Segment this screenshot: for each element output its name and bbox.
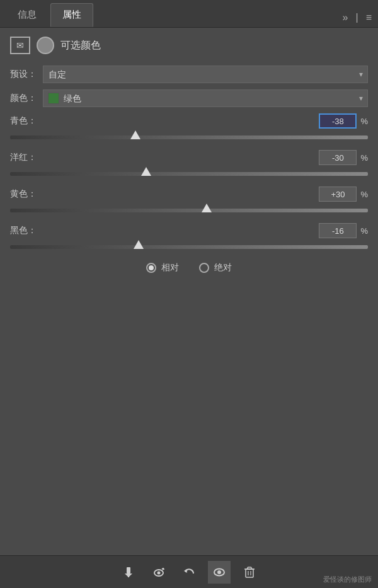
black-slider-header: 黑色： % (10, 223, 368, 238)
cyan-track-row[interactable] (10, 131, 368, 144)
svg-rect-2 (128, 574, 129, 577)
cyan-track[interactable] (10, 135, 368, 139)
magenta-value-box[interactable] (319, 150, 357, 165)
magenta-track-row[interactable] (10, 168, 368, 180)
menu-icon[interactable]: ≡ (366, 12, 372, 23)
black-track-row[interactable] (10, 241, 368, 253)
svg-rect-0 (127, 567, 130, 574)
magenta-slider-section: 洋红： % (10, 150, 368, 180)
magenta-label: 洋红： (10, 152, 43, 163)
eye-refresh-icon (152, 566, 166, 579)
trash-icon (243, 565, 256, 579)
svg-point-8 (217, 570, 221, 574)
radio-relative-inner (149, 265, 154, 270)
content-area: ✉ 可选颜色 预设： 自定 ▾ 颜色： 绿色 ▾ (0, 28, 378, 425)
watermark: 爱怪谈的修图师 (323, 575, 372, 584)
magenta-slider-header: 洋红： % (10, 150, 368, 165)
yellow-percent: % (360, 190, 368, 199)
cyan-slider-section: 青色： % (10, 113, 368, 144)
black-percent: % (360, 226, 368, 236)
undo-icon (182, 566, 196, 579)
yellow-slider-section: 黄色： % (10, 187, 368, 217)
magenta-thumb[interactable] (141, 167, 151, 176)
bottom-toolbar (0, 555, 378, 588)
visibility-icon (212, 566, 226, 579)
black-thumb[interactable] (134, 240, 144, 249)
radio-row: 相对 绝对 (10, 262, 368, 274)
main-panel: 信息 属性 » | ≡ ✉ 可选颜色 预设： 自定 ▾ (0, 0, 378, 588)
section-title: 可选颜色 (60, 39, 101, 52)
cyan-input[interactable] (320, 115, 355, 127)
black-label: 黑色： (10, 225, 43, 236)
cyan-value-box[interactable] (319, 113, 357, 129)
black-input-group: % (319, 223, 368, 238)
tab-bar: 信息 属性 » | ≡ (0, 0, 378, 28)
black-input[interactable] (319, 224, 356, 238)
yellow-track-row[interactable] (10, 204, 368, 217)
color-swatch (48, 93, 59, 104)
radio-absolute[interactable]: 绝对 (199, 262, 232, 274)
yellow-value-box[interactable] (319, 187, 357, 202)
tab-info[interactable]: 信息 (6, 4, 48, 27)
visibility-button[interactable] (208, 561, 231, 584)
eye-refresh-button[interactable] (147, 561, 170, 584)
yellow-label: 黄色： (10, 188, 43, 200)
pin-button[interactable] (117, 561, 140, 584)
svg-rect-11 (248, 567, 251, 569)
pin-icon (122, 566, 135, 579)
radio-absolute-outer (199, 263, 209, 273)
color-select-wrapper: 绿色 ▾ (43, 89, 368, 107)
black-slider-section: 黑色： % (10, 223, 368, 253)
radio-absolute-label: 绝对 (214, 262, 232, 274)
undo-button[interactable] (178, 561, 200, 584)
preset-select-wrapper: 自定 ▾ (43, 66, 368, 83)
magenta-input-group: % (319, 150, 368, 165)
cyan-slider-header: 青色： % (10, 113, 368, 129)
spacer (0, 425, 378, 556)
svg-point-4 (158, 571, 161, 574)
radio-relative[interactable]: 相对 (146, 262, 179, 274)
yellow-input-group: % (319, 187, 368, 202)
expand-icon[interactable]: » (343, 12, 348, 23)
yellow-slider-header: 黄色： % (10, 187, 368, 202)
color-select[interactable]: 绿色 (43, 89, 368, 107)
magenta-track[interactable] (10, 172, 368, 176)
cyan-percent: % (360, 117, 368, 126)
radio-relative-outer (146, 263, 156, 273)
black-track[interactable] (10, 245, 368, 249)
tab-properties[interactable]: 属性 (50, 3, 93, 27)
black-value-box[interactable] (319, 223, 357, 238)
yellow-input[interactable] (319, 187, 356, 201)
cyan-thumb[interactable] (130, 130, 140, 139)
svg-rect-9 (246, 569, 253, 577)
envelope-icon[interactable]: ✉ (10, 37, 30, 54)
preset-row: 预设： 自定 ▾ (10, 66, 368, 83)
cyan-label: 青色： (10, 115, 43, 127)
magenta-percent: % (360, 153, 368, 163)
circle-icon[interactable] (37, 37, 54, 54)
yellow-track[interactable] (10, 209, 368, 212)
tab-divider: | (356, 12, 358, 23)
preset-label: 预设： (10, 69, 43, 80)
header-row: ✉ 可选颜色 (10, 37, 368, 54)
magenta-input[interactable] (319, 151, 356, 164)
radio-relative-label: 相对 (161, 262, 179, 274)
color-label: 颜色： (10, 93, 43, 104)
color-row: 颜色： 绿色 ▾ (10, 89, 368, 107)
tab-actions: » | ≡ (343, 12, 372, 27)
cyan-input-group: % (319, 113, 368, 129)
yellow-thumb[interactable] (202, 204, 212, 212)
delete-button[interactable] (238, 561, 261, 584)
preset-select[interactable]: 自定 (43, 66, 368, 83)
